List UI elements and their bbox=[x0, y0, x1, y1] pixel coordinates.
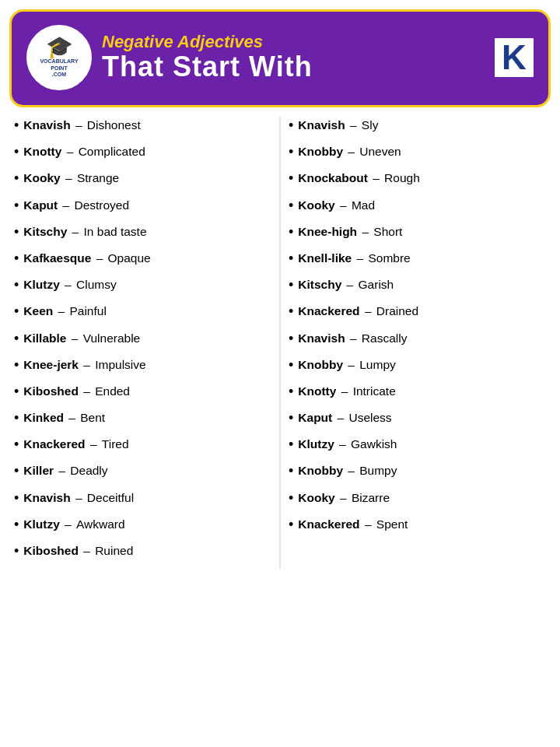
item-definition: Strange bbox=[77, 171, 119, 184]
k-badge: K bbox=[492, 36, 536, 79]
header-banner: 🎓 VOCABULARY POINT .COM Negative Adjecti… bbox=[9, 9, 551, 107]
item-word: Knavish bbox=[23, 491, 70, 504]
item-word: Kitschy bbox=[23, 225, 67, 238]
item-word: Kiboshed bbox=[23, 544, 79, 557]
list-item: •Kitschy – Garish bbox=[289, 276, 546, 295]
bullet-point: • bbox=[289, 329, 293, 349]
item-word: Kitschy bbox=[298, 278, 341, 291]
bullet-point: • bbox=[14, 116, 19, 135]
bullet-point: • bbox=[14, 302, 19, 321]
item-word: Knavish bbox=[298, 331, 345, 345]
item-word: Knobby bbox=[298, 464, 343, 477]
item-text: Killable – Vulnerable bbox=[23, 330, 140, 347]
bullet-point: • bbox=[289, 169, 293, 188]
item-definition: Uneven bbox=[359, 145, 401, 158]
list-item: •Kaput – Useless bbox=[289, 409, 546, 428]
item-text: Knockabout – Rough bbox=[298, 170, 419, 187]
item-dash: – bbox=[72, 118, 86, 132]
list-item: •Killer – Deadly bbox=[14, 462, 271, 481]
item-dash: – bbox=[65, 411, 79, 424]
item-word: Kooky bbox=[23, 171, 60, 184]
content-area: •Knavish – Dishonest•Knotty – Complicate… bbox=[0, 107, 560, 581]
item-word: Kiboshed bbox=[23, 384, 79, 398]
item-definition: Bumpy bbox=[359, 464, 397, 477]
bullet-point: • bbox=[289, 223, 293, 242]
list-item: •Knavish – Rascally bbox=[289, 330, 546, 349]
header-title: That Start With bbox=[102, 51, 485, 82]
bullet-point: • bbox=[289, 116, 293, 135]
bullet-point: • bbox=[14, 142, 19, 162]
item-definition: Clumsy bbox=[76, 278, 117, 291]
item-dash: – bbox=[61, 278, 75, 291]
item-text: Knotty – Intricate bbox=[298, 383, 395, 400]
item-word: Klutzy bbox=[23, 517, 60, 531]
bullet-point: • bbox=[289, 249, 293, 268]
item-definition: Destroyed bbox=[74, 198, 129, 212]
item-text: Kitschy – Garish bbox=[298, 276, 394, 293]
item-definition: Complicated bbox=[79, 145, 145, 158]
list-item: •Knobby – Bumpy bbox=[289, 462, 546, 481]
item-word: Kaput bbox=[298, 411, 332, 424]
bullet-point: • bbox=[289, 461, 293, 481]
item-word: Kooky bbox=[298, 491, 334, 504]
item-dash: – bbox=[345, 464, 358, 477]
item-definition: Useless bbox=[348, 411, 391, 424]
list-item: •Kiboshed – Ruined bbox=[14, 542, 271, 561]
item-word: Knobby bbox=[298, 358, 343, 371]
item-word: Knotty bbox=[23, 145, 61, 158]
item-text: Knackered – Tired bbox=[23, 436, 128, 453]
item-word: Kafkaesque bbox=[23, 251, 91, 265]
bullet-point: • bbox=[14, 542, 19, 561]
bullet-point: • bbox=[289, 409, 293, 428]
bullet-point: • bbox=[14, 223, 19, 242]
item-definition: Painful bbox=[69, 304, 106, 317]
item-word: Knackered bbox=[298, 517, 359, 531]
item-word: Knotty bbox=[298, 384, 336, 398]
list-item: •Knackered – Spent bbox=[289, 516, 546, 535]
list-item: •Knobby – Uneven bbox=[289, 143, 546, 162]
item-word: Killer bbox=[23, 464, 54, 477]
item-text: Klutzy – Awkward bbox=[23, 516, 124, 533]
item-word: Knackered bbox=[23, 437, 85, 451]
item-definition: Intricate bbox=[353, 384, 396, 398]
bullet-point: • bbox=[289, 356, 293, 375]
list-item: •Knavish – Dishonest bbox=[14, 117, 271, 135]
list-item: •Kinked – Bent bbox=[14, 409, 271, 428]
item-dash: – bbox=[93, 251, 106, 265]
item-dash: – bbox=[336, 437, 349, 451]
item-dash: – bbox=[80, 358, 93, 371]
item-dash: – bbox=[343, 278, 356, 291]
item-definition: Bizarre bbox=[352, 491, 390, 504]
item-definition: Vulnerable bbox=[83, 331, 141, 345]
item-text: Kiboshed – Ruined bbox=[23, 542, 133, 559]
item-text: Knell-like – Sombre bbox=[298, 250, 410, 267]
bullet-point: • bbox=[14, 409, 19, 428]
item-dash: – bbox=[337, 198, 350, 212]
item-text: Kafkaesque – Opaque bbox=[23, 250, 150, 267]
item-dash: – bbox=[338, 384, 351, 398]
item-word: Knockabout bbox=[298, 171, 368, 184]
item-definition: Drained bbox=[376, 304, 418, 317]
bullet-point: • bbox=[289, 196, 293, 216]
item-text: Knee-high – Short bbox=[298, 223, 402, 240]
list-item: •Kitschy – In bad taste bbox=[14, 223, 271, 242]
k-badge-letter: K bbox=[502, 40, 527, 75]
item-text: Kaput – Destroyed bbox=[23, 197, 129, 214]
item-text: Kinked – Bent bbox=[23, 409, 105, 426]
list-item: •Knavish – Sly bbox=[289, 117, 546, 135]
logo-mascot: 🎓 bbox=[46, 37, 73, 58]
item-dash: – bbox=[345, 358, 358, 371]
item-dash: – bbox=[80, 544, 93, 557]
item-definition: Opaque bbox=[108, 251, 151, 265]
list-item: •Kaput – Destroyed bbox=[14, 197, 271, 216]
item-definition: Sly bbox=[362, 118, 379, 132]
item-definition: Deceitful bbox=[87, 491, 134, 504]
item-dash: – bbox=[334, 411, 347, 424]
logo-text: VOCABULARY POINT .COM bbox=[40, 58, 78, 78]
bullet-point: • bbox=[14, 515, 19, 535]
logo: 🎓 VOCABULARY POINT .COM bbox=[24, 23, 94, 93]
item-definition: Dishonest bbox=[87, 118, 141, 132]
bullet-point: • bbox=[289, 382, 293, 402]
item-word: Klutzy bbox=[298, 437, 334, 451]
item-definition: Lumpy bbox=[359, 358, 396, 371]
